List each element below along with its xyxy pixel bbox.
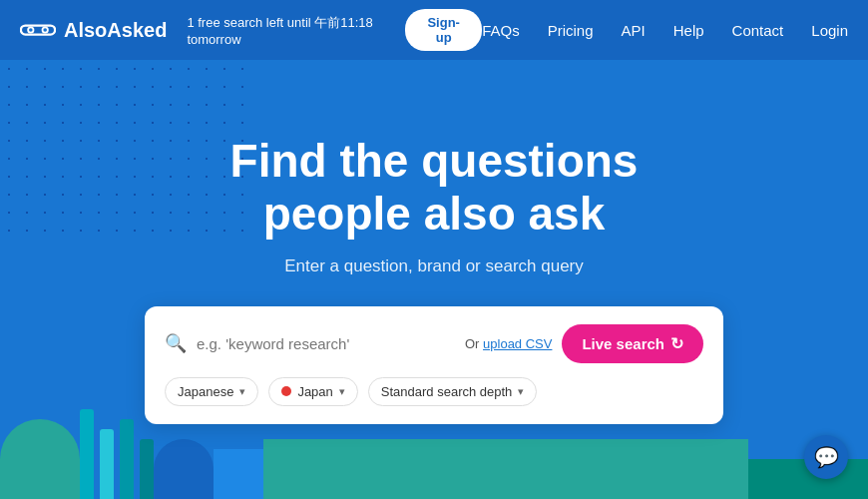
logo: AlsoAsked	[20, 18, 167, 42]
depth-dropdown[interactable]: Standard search depth ▾	[368, 377, 538, 406]
search-icon: 🔍	[165, 332, 187, 354]
svg-point-4	[43, 28, 47, 32]
hero-section: Find the questions people also ask Enter…	[0, 60, 868, 499]
hero-title-line2: people also ask	[263, 188, 606, 240]
nav-contact[interactable]: Contact	[732, 22, 784, 39]
live-search-label: Live search	[582, 335, 664, 352]
main-nav: FAQs Pricing API Help Contact Login	[482, 22, 848, 39]
dark-blue-arc	[154, 439, 214, 499]
hero-content: Find the questions people also ask Enter…	[125, 135, 743, 424]
stripe-2	[100, 429, 114, 499]
search-box: 🔍 Or upload CSV Live search ↻ Japanese ▾	[145, 306, 723, 424]
hero-title-line1: Find the questions	[230, 135, 639, 187]
stripe-3	[120, 419, 134, 499]
upload-csv-link[interactable]: upload CSV	[483, 336, 552, 351]
language-chevron-icon: ▾	[239, 385, 245, 398]
blue-square	[214, 449, 263, 499]
filter-row: Japanese ▾ Japan ▾ Standard search depth…	[165, 377, 703, 406]
japan-flag-icon	[281, 386, 291, 396]
nav-api[interactable]: API	[622, 22, 646, 39]
signup-button[interactable]: Sign-up	[405, 9, 482, 51]
live-search-button[interactable]: Live search ↻	[562, 324, 703, 363]
logo-text: AlsoAsked	[64, 19, 167, 42]
teal-rect	[263, 439, 748, 499]
depth-chevron-icon: ▾	[518, 385, 524, 398]
refresh-icon: ↻	[670, 334, 683, 353]
stripe-4	[140, 439, 154, 499]
depth-label: Standard search depth	[381, 384, 513, 399]
chat-button[interactable]: 💬	[804, 435, 848, 479]
svg-rect-0	[21, 26, 55, 35]
hero-title: Find the questions people also ask	[145, 135, 723, 241]
chat-icon: 💬	[814, 445, 839, 469]
language-label: Japanese	[178, 384, 233, 399]
search-input-row: 🔍 Or upload CSV Live search ↻	[165, 324, 703, 363]
stripe-1	[80, 409, 94, 499]
top-bar: AlsoAsked 1 free search left until 午前11:…	[0, 0, 868, 60]
upload-prefix: Or upload CSV	[465, 336, 552, 351]
nav-faqs[interactable]: FAQs	[482, 22, 520, 39]
search-input[interactable]	[197, 335, 455, 352]
nav-pricing[interactable]: Pricing	[548, 22, 594, 39]
country-label: Japan	[297, 384, 332, 399]
svg-point-3	[29, 28, 33, 32]
free-search-notice: 1 free search left until 午前11:18 tomorro…	[187, 14, 393, 47]
country-chevron-icon: ▾	[339, 385, 345, 398]
hero-subtitle: Enter a question, brand or search query	[145, 256, 723, 276]
teal-arc-shape	[0, 419, 80, 499]
language-dropdown[interactable]: Japanese ▾	[165, 377, 258, 406]
country-dropdown[interactable]: Japan ▾	[268, 377, 357, 406]
nav-login[interactable]: Login	[811, 22, 848, 39]
nav-help[interactable]: Help	[673, 22, 704, 39]
logo-icon	[20, 18, 56, 42]
